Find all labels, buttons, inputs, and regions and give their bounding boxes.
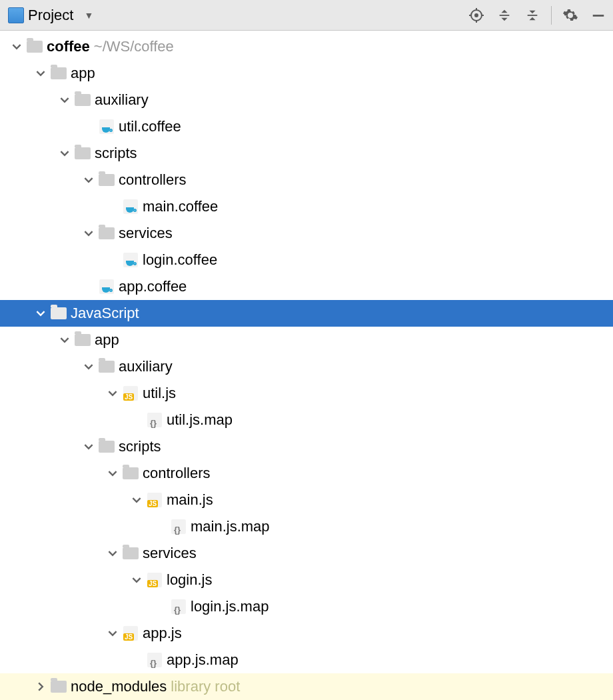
dropdown-arrow-icon: ▼ [84,10,93,21]
node-label: main.js.map [191,518,270,535]
node-label: services [119,225,173,242]
tree-node-file[interactable]: {} login.js.map [0,593,613,620]
folder-icon [49,681,68,693]
tree-node-folder[interactable]: auxiliary [0,87,613,113]
view-selector[interactable]: Project ▼ [5,5,96,25]
tree-node-folder[interactable]: controllers [0,460,613,487]
folder-icon [25,41,44,53]
chevron-down-icon[interactable] [104,460,121,487]
tree-node-file[interactable]: {} app.js.map [0,647,613,673]
tree-node-folder[interactable]: services [0,220,613,247]
coffee-file-icon [97,119,116,134]
node-label: util.coffee [119,118,181,135]
node-label: JavaScript [71,305,139,322]
tree-node-file[interactable]: {} main.js.map [0,513,613,540]
folder-icon [73,94,92,106]
tree-node-folder[interactable]: scripts [0,140,613,167]
chevron-down-icon[interactable] [80,353,97,380]
chevron-down-icon[interactable] [80,220,97,247]
node-path: ~/WS/coffee [94,38,174,55]
chevron-down-icon[interactable] [56,87,73,113]
node-label: controllers [119,171,186,189]
chevron-down-icon[interactable] [8,33,25,60]
folder-icon [97,227,116,239]
gear-icon[interactable] [561,6,580,25]
tree-node-library-root[interactable]: node_modules library root [0,673,613,700]
chevron-down-icon[interactable] [104,620,121,647]
node-label: util.js [143,385,176,402]
tree-node-file[interactable]: {} util.js.map [0,407,613,433]
coffee-file-icon [97,279,116,294]
node-label: scripts [95,145,137,162]
chevron-down-icon[interactable] [56,327,73,353]
expand-all-icon[interactable] [495,6,514,25]
tree-node-file[interactable]: JS main.js [0,487,613,513]
chevron-down-icon[interactable] [104,540,121,567]
chevron-down-icon[interactable] [80,167,97,193]
tree-node-file[interactable]: JS util.js [0,380,613,407]
locate-icon[interactable] [467,6,486,25]
js-file-icon: JS [145,493,164,507]
folder-icon [49,307,68,319]
chevron-down-icon[interactable] [128,487,145,513]
chevron-down-icon[interactable] [32,60,49,87]
tree-node-file[interactable]: JS app.js [0,620,613,647]
chevron-down-icon[interactable] [128,567,145,593]
svg-rect-2 [593,15,604,17]
tree-node-file[interactable]: util.coffee [0,113,613,140]
folder-icon [73,147,92,159]
tree-node-folder[interactable]: app [0,327,613,353]
js-file-icon: JS [121,386,140,401]
view-label: Project [28,7,73,24]
toolbar-separator [551,6,552,25]
node-label: main.coffee [143,198,218,215]
tree-node-folder-selected[interactable]: JavaScript [0,300,613,327]
node-label: app.coffee [119,278,187,295]
folder-icon [97,441,116,453]
tree-node-root[interactable]: coffee ~/WS/coffee [0,33,613,60]
collapse-all-icon[interactable] [523,6,542,25]
map-file-icon: {} [169,519,188,534]
node-label: util.js.map [167,411,233,429]
tree-node-file[interactable]: main.coffee [0,193,613,220]
node-label: app.js [143,625,182,642]
node-label: app [71,65,95,82]
tree-node-file[interactable]: app.coffee [0,273,613,300]
tree-node-folder[interactable]: scripts [0,433,613,460]
project-toolbar: Project ▼ [0,0,613,31]
coffee-file-icon [121,253,140,267]
chevron-down-icon[interactable] [56,140,73,167]
project-icon [8,7,24,23]
tree-node-folder[interactable]: services [0,540,613,567]
tree-node-file[interactable]: login.coffee [0,247,613,273]
node-label: auxiliary [119,358,173,375]
node-label: scripts [119,438,161,455]
chevron-down-icon[interactable] [80,433,97,460]
chevron-right-icon[interactable] [32,673,49,700]
coffee-file-icon [121,199,140,214]
map-file-icon: {} [169,599,188,614]
chevron-down-icon[interactable] [104,380,121,407]
node-label: services [143,545,197,562]
map-file-icon: {} [145,653,164,667]
node-label: auxiliary [95,91,149,109]
node-hint: library root [171,678,240,695]
chevron-down-icon[interactable] [32,300,49,327]
hide-icon[interactable] [589,6,608,25]
tree-node-folder[interactable]: controllers [0,167,613,193]
tree-node-file[interactable]: JS login.js [0,567,613,593]
tree-node-folder[interactable]: auxiliary [0,353,613,380]
folder-icon [97,361,116,373]
tree-node-folder[interactable]: app [0,60,613,87]
folder-icon [121,467,140,479]
node-label: login.coffee [143,251,217,269]
node-label: controllers [143,465,210,482]
folder-icon [49,67,68,79]
node-label: node_modules [71,678,167,695]
project-tree: coffee ~/WS/coffee app auxiliary util.co… [0,31,613,700]
toolbar-actions [467,6,608,25]
folder-icon [97,174,116,186]
node-label: app [95,331,119,349]
node-label: main.js [167,491,213,509]
node-label: app.js.map [167,651,239,669]
